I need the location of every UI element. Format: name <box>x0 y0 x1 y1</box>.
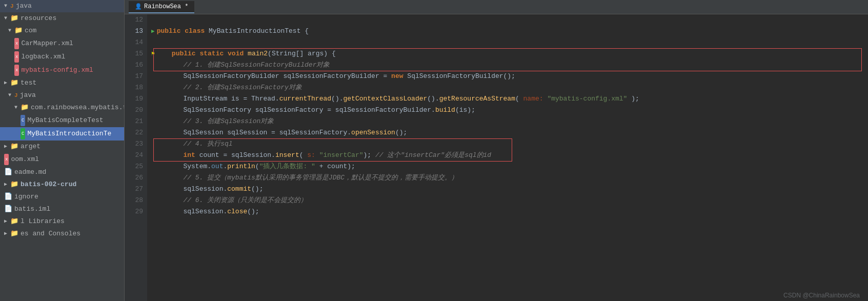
sidebar-item-label: java <box>16 1 32 11</box>
concat: + count); <box>315 161 355 172</box>
method-insert: insert <box>275 150 299 161</box>
code-line-29: sqlSession. close (); <box>151 206 864 217</box>
sidebar-item-target[interactable]: ▶ 📁 arget <box>0 141 124 153</box>
sidebar-item-label: mybatis-config.xml <box>21 65 93 75</box>
line-num-20: 20 <box>129 105 143 116</box>
xml-icon: x <box>14 51 19 63</box>
folder-icon: 📁 <box>21 103 29 113</box>
chevron-icon: ▼ <box>4 1 7 11</box>
sidebar-item-com[interactable]: ▼ 📁 com <box>0 25 124 37</box>
method-commit: commit <box>227 184 251 195</box>
sidebar-item-mybatiscompletetest[interactable]: C MyBatisCompleteTest <box>0 114 124 127</box>
new-builder: SqlSessionFactoryBuilder(); <box>407 71 515 82</box>
line-num-14: 14 <box>129 37 143 48</box>
sidebar-item-bom[interactable]: x oom.xml <box>0 153 124 166</box>
sidebar-item-com-rainbowsea[interactable]: ▼ 📁 com.rainbowsea.mybatis.t <box>0 102 124 114</box>
sidebar-item-mybatis-crud[interactable]: ▶ 📁 batis-002-crud <box>0 178 124 191</box>
indent <box>151 150 183 161</box>
line-num-27: 27 <box>129 184 143 195</box>
sidebar-item-label: test <box>21 78 36 88</box>
open-args: (); <box>395 127 407 138</box>
sidebar-item-readme[interactable]: 📄 eadme.md <box>0 166 124 178</box>
indent-space <box>156 48 172 59</box>
code-area[interactable]: 12 13 14 15 16 17 18 19 20 21 22 23 24 2… <box>125 14 868 301</box>
string-config: "mybatis-config.xml" <box>547 93 627 105</box>
sidebar-item-iml[interactable]: 📄 batis.iml <box>0 203 124 215</box>
line-num-13: 13 <box>129 26 143 37</box>
method-println: println <box>227 161 255 172</box>
code-line-13: ▶ public class MyBatisIntroductionTest { <box>151 26 864 37</box>
out-field: out <box>211 161 223 172</box>
folder-icon: 📁 <box>10 229 18 239</box>
sidebar-item-consoles[interactable]: ▶ 📁 es and Consoles <box>0 228 124 240</box>
var-builder: sqlSessionFactoryBuilder = <box>283 71 391 82</box>
indent <box>151 71 183 82</box>
commit-call: sqlSession. <box>183 184 227 195</box>
type-is: InputStream is = Thread. <box>183 93 279 105</box>
line-num-24: 24 <box>129 150 143 161</box>
sidebar-item-ignore[interactable]: 📄 ignore <box>0 191 124 203</box>
line-num-25: 25 <box>129 161 143 172</box>
tab-icon: 👤 <box>135 3 142 10</box>
chevron-icon: ▶ <box>4 216 7 227</box>
method-name: main2 <box>248 48 268 59</box>
chevron-icon: ▼ <box>14 103 17 113</box>
code-line-26: // 5. 提交（mybatis默认采用的事务管理器是JDBC，默认是不提交的，… <box>151 172 864 184</box>
method-close: close <box>227 206 247 217</box>
kw-int: int <box>183 150 199 161</box>
param-s: s: <box>307 150 319 161</box>
comment-23: // 4. 执行sql <box>183 138 232 150</box>
sidebar-item-mybatis-config[interactable]: x mybatis-config.xml <box>0 64 124 77</box>
println-paren: ( <box>255 161 259 172</box>
paren-open: ( <box>268 48 272 59</box>
java-icon: J <box>10 1 14 11</box>
kw-public: public <box>172 48 200 59</box>
editor-tabs: 👤 RainbowSea * <box>125 0 868 14</box>
indent <box>151 161 183 172</box>
line-num-23: 23 <box>129 138 143 150</box>
code-line-14 <box>151 37 864 48</box>
folder-icon: 📁 <box>14 26 23 36</box>
file-icon: 📄 <box>4 167 12 177</box>
file-icon: 📄 <box>4 204 12 214</box>
type-factory: SqlSessionFactory sqlSessionFactory = sq… <box>183 105 435 116</box>
method-build: build <box>435 105 455 116</box>
xml-icon: x <box>4 154 9 165</box>
line-num-29: 29 <box>129 206 143 217</box>
sidebar-item-resources[interactable]: ▼ 📁 resources <box>0 12 124 25</box>
sidebar-item-label: MyBatisIntroductionTe <box>27 129 111 139</box>
system-out: System. <box>183 161 211 172</box>
code-content: ▶ public class MyBatisIntroductionTest {… <box>147 14 868 301</box>
line-num-16: 16 <box>129 59 143 71</box>
indent <box>151 184 183 195</box>
sidebar-item-label: com.rainbowsea.mybatis.t <box>31 103 124 113</box>
line-num-17: 17 <box>129 71 143 82</box>
indent <box>151 59 183 71</box>
sidebar-item-libraries[interactable]: ▶ 📁 l Libraries <box>0 215 124 228</box>
keyword-class: class <box>185 26 209 37</box>
code-line-19: InputStream is = Thread. currentThread (… <box>151 93 864 105</box>
chevron-icon: ▼ <box>4 13 7 24</box>
indent <box>151 105 183 116</box>
sidebar-item-test[interactable]: ▶ 📁 test <box>0 77 124 89</box>
sidebar-item-label: java <box>20 90 36 101</box>
sidebar-item-label: ignore <box>14 192 38 202</box>
chain1: (). <box>331 93 343 105</box>
sidebar-item-label: arget <box>21 142 41 152</box>
kw-static: static <box>199 48 228 59</box>
sidebar-item-logback[interactable]: x logback.xml <box>0 50 124 64</box>
indent <box>151 82 183 93</box>
line-num-28: 28 <box>129 195 143 206</box>
indent <box>151 138 183 150</box>
test-class-icon: C <box>21 128 25 139</box>
class-name-text: MyBatisIntroductionTest { <box>209 26 309 37</box>
tab-rainbowsea[interactable]: 👤 RainbowSea * <box>129 1 194 13</box>
sidebar-item-mybatisintroductiontest[interactable]: C MyBatisIntroductionTe <box>0 127 124 141</box>
close-end: (); <box>247 206 259 217</box>
sidebar-item-carmapper[interactable]: x CarMapper.xml <box>0 37 124 50</box>
sidebar-item-label: eadme.md <box>14 167 46 177</box>
chevron-icon: ▶ <box>4 142 7 152</box>
sidebar-item-java2[interactable]: ▼ J java <box>0 89 124 102</box>
sidebar-item-java[interactable]: ▼ J java <box>0 0 124 12</box>
folder-icon: 📁 <box>10 216 18 227</box>
